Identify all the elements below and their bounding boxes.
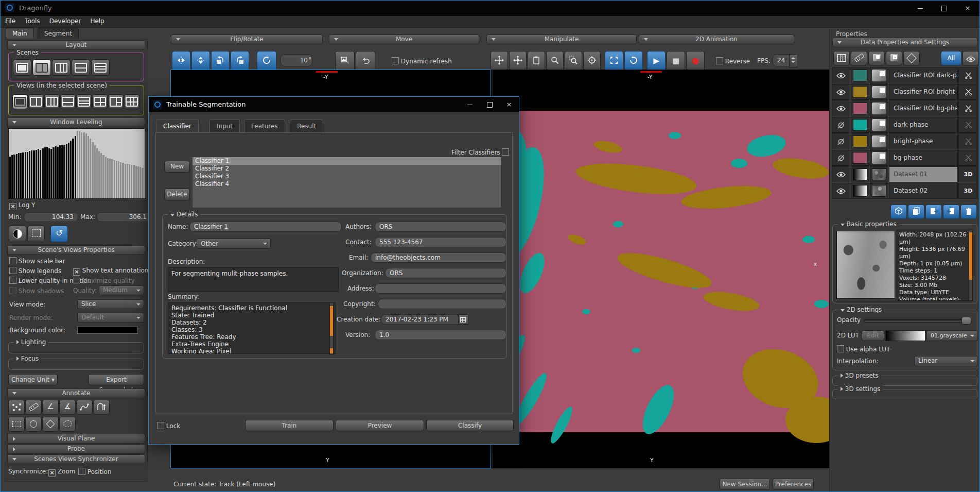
maximize-button[interactable] bbox=[932, 1, 956, 16]
tab-main[interactable]: Main bbox=[6, 28, 34, 39]
data-item-label[interactable]: Dataset 02 bbox=[889, 183, 958, 199]
flip-horizontal-button[interactable] bbox=[172, 51, 190, 71]
data-list-item[interactable]: Classifier ROI dark-phase bbox=[832, 67, 978, 83]
manipulate-header[interactable]: Manipulate bbox=[486, 35, 637, 44]
category-dropdown[interactable]: Other bbox=[197, 239, 271, 249]
rotation-angle-input[interactable]: 10 bbox=[281, 54, 312, 66]
scissors-icon[interactable] bbox=[958, 67, 978, 83]
intensity-histogram[interactable] bbox=[8, 128, 145, 199]
export-button[interactable] bbox=[925, 205, 942, 219]
opacity-slider[interactable] bbox=[864, 319, 971, 323]
3d-presets-group[interactable]: 3D presets bbox=[832, 376, 977, 386]
scissors-icon[interactable] bbox=[958, 117, 978, 133]
data-list-item[interactable]: dark-phase bbox=[832, 117, 978, 133]
reset-leveling-button[interactable]: ↺ bbox=[50, 226, 68, 242]
eye-icon[interactable] bbox=[832, 166, 850, 182]
annotate-header[interactable]: Annotate bbox=[7, 388, 145, 398]
ruler-button[interactable] bbox=[851, 51, 867, 65]
maximize-quality-checkbox[interactable]: Maximize quality bbox=[73, 277, 135, 284]
filter-classifiers-checkbox[interactable]: Filter Classifiers bbox=[451, 148, 509, 156]
translate-button[interactable] bbox=[491, 51, 508, 71]
rotate-cw-button[interactable] bbox=[231, 51, 249, 71]
lut-swatch[interactable] bbox=[853, 168, 867, 180]
duplicate-button[interactable] bbox=[908, 205, 924, 219]
flip-vertical-button[interactable] bbox=[191, 51, 210, 71]
edit-lut-button[interactable]: Edit bbox=[862, 330, 884, 341]
layout-single-button[interactable] bbox=[13, 59, 31, 76]
change-unit-button[interactable]: Change Unit ▾ bbox=[8, 374, 58, 385]
name-input[interactable]: Classifier 1 bbox=[189, 222, 342, 232]
email-input[interactable]: info@theobjects.com bbox=[371, 252, 506, 263]
window-leveling-header[interactable]: Window Leveling bbox=[7, 117, 145, 127]
data-list-item[interactable]: bright-phase bbox=[832, 133, 978, 149]
angle-3point-icon[interactable]: ∡ bbox=[59, 400, 76, 415]
calendar-icon[interactable] bbox=[458, 314, 468, 325]
layout-quad-button[interactable] bbox=[92, 94, 108, 109]
probe-header[interactable]: Probe bbox=[7, 444, 145, 454]
classifier-row[interactable]: Classifier 1 bbox=[192, 157, 501, 165]
animation-header[interactable]: 2D Animation bbox=[639, 35, 794, 44]
play-button[interactable]: ▶ bbox=[647, 51, 666, 71]
data-list-item[interactable]: bg-phase bbox=[832, 150, 978, 166]
stop-button[interactable]: ■ bbox=[667, 51, 685, 71]
roi-color-swatch[interactable] bbox=[853, 152, 867, 164]
reset-view-button[interactable] bbox=[624, 51, 643, 71]
log-y-checkbox[interactable]: × Log Y bbox=[9, 201, 35, 210]
lut-dropdown[interactable]: 01.grayscale bbox=[926, 330, 978, 341]
point-annotation-icon[interactable] bbox=[8, 400, 25, 415]
layout-1-left-2-right-button[interactable] bbox=[108, 94, 124, 109]
min-input[interactable]: 104.33 bbox=[24, 212, 78, 222]
roi-color-swatch[interactable] bbox=[853, 70, 867, 81]
show-shadows-checkbox[interactable]: Show shadows bbox=[9, 287, 64, 295]
description-textarea[interactable]: For segmenting mulit-phase samples. bbox=[168, 267, 339, 292]
menu-tools[interactable]: Tools bbox=[20, 16, 45, 26]
delete-classifier-button[interactable]: Delete bbox=[164, 189, 190, 200]
data-item-label[interactable]: Classifier ROI dark-phase bbox=[889, 67, 958, 83]
eye-icon[interactable] bbox=[832, 84, 850, 100]
data-item-label[interactable]: Dataset 01 bbox=[889, 166, 958, 182]
dialog-tab-result[interactable]: Result bbox=[290, 120, 323, 133]
show-all-button[interactable]: All bbox=[941, 51, 961, 65]
scene-views-properties-header[interactable]: Scene's Views Properties bbox=[7, 245, 145, 255]
summary-textarea[interactable]: Requirements: Classifier is FunctionalSt… bbox=[168, 302, 336, 354]
layout-3-rows-button[interactable] bbox=[76, 94, 92, 109]
dialog-close-button[interactable]: × bbox=[499, 97, 519, 112]
eye-icon[interactable] bbox=[832, 67, 850, 83]
render-mode-dropdown[interactable]: Default bbox=[77, 313, 144, 323]
dialog-tab-classifier[interactable]: Classifier bbox=[156, 120, 199, 133]
dynamic-refresh-checkbox[interactable]: Dynamic refresh bbox=[392, 57, 452, 65]
authors-input[interactable]: ORS bbox=[375, 222, 506, 232]
max-input[interactable]: 306.1 bbox=[97, 212, 151, 222]
address-input[interactable] bbox=[375, 283, 506, 294]
view-mode-dropdown[interactable]: Slice bbox=[77, 299, 144, 309]
layout-2-columns-button[interactable] bbox=[28, 94, 44, 109]
clipboard-button[interactable] bbox=[528, 51, 545, 71]
menu-developer[interactable]: Developer bbox=[45, 16, 86, 26]
layout-3-columns-button[interactable] bbox=[44, 94, 60, 109]
data-item-label[interactable]: bright-phase bbox=[889, 133, 958, 149]
lighting-group[interactable]: Lighting bbox=[8, 342, 144, 353]
classifier-row[interactable]: Classifier 2 bbox=[192, 165, 501, 173]
contrast-icon[interactable] bbox=[9, 226, 26, 242]
synchronize-position-checkbox[interactable]: Position bbox=[78, 468, 112, 476]
classifier-row[interactable]: Classifier 3 bbox=[192, 173, 501, 180]
contact-input[interactable]: 555 123-4567 bbox=[375, 237, 506, 247]
new-classifier-button[interactable]: New bbox=[164, 161, 190, 173]
roi-color-swatch[interactable] bbox=[853, 135, 867, 147]
dialog-tab-input[interactable]: Input bbox=[209, 120, 240, 133]
opacity-slider-handle[interactable] bbox=[961, 317, 971, 325]
layout-1-top-3-bottom-button[interactable] bbox=[124, 94, 139, 109]
dialog-minimize-button[interactable] bbox=[460, 97, 480, 112]
background-color-swatch[interactable] bbox=[77, 327, 138, 334]
3d-badge[interactable]: 3D bbox=[958, 166, 978, 182]
delete-button[interactable] bbox=[960, 205, 977, 219]
roi-shape-button[interactable] bbox=[868, 51, 885, 65]
show-text-annotations-checkbox[interactable]: × Show text annotations bbox=[73, 267, 152, 276]
scissors-icon[interactable] bbox=[958, 150, 978, 166]
tab-segment[interactable]: Segment bbox=[38, 28, 79, 39]
3d-badge[interactable]: 3D bbox=[958, 183, 978, 199]
data-list-item[interactable]: Classifier ROI bg-phase bbox=[832, 100, 978, 116]
minimize-button[interactable] bbox=[908, 1, 932, 16]
layout-3-columns-button[interactable] bbox=[52, 59, 71, 76]
classifier-list[interactable]: Classifier 1Classifier 2Classifier 3Clas… bbox=[192, 157, 502, 208]
